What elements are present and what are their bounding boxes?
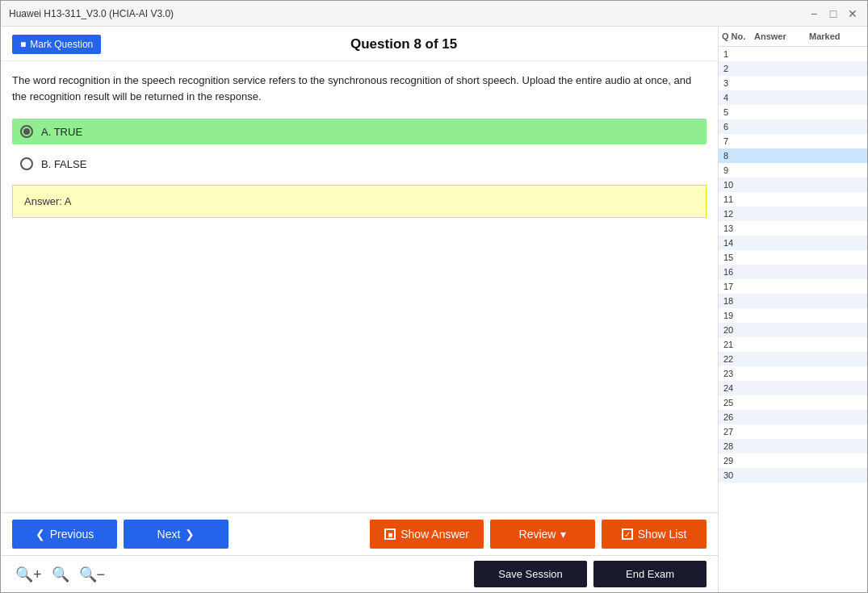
- sidebar-row[interactable]: 13: [719, 221, 867, 236]
- question-content: The word recognition in the speech recog…: [1, 61, 718, 512]
- sidebar-q-num: 7: [722, 136, 754, 146]
- sidebar-q-num: 25: [722, 398, 754, 407]
- sidebar-row[interactable]: 20: [719, 323, 867, 337]
- content-area: ■ Mark Question Question 8 of 15 The wor…: [1, 27, 867, 592]
- sidebar-q-answer: [754, 93, 809, 102]
- sidebar-q-num: 19: [722, 311, 754, 320]
- sidebar-col-q: Q No.: [722, 31, 754, 41]
- sidebar-row[interactable]: 15: [719, 250, 867, 265]
- question-text: The word recognition in the speech recog…: [12, 73, 707, 104]
- bookmark-icon: ■: [20, 39, 26, 50]
- sidebar-q-marked: [809, 369, 864, 378]
- sidebar-row[interactable]: 23: [719, 366, 867, 381]
- sidebar-row[interactable]: 3: [719, 76, 867, 90]
- option-b-radio: [20, 157, 33, 170]
- sidebar-row[interactable]: 22: [719, 352, 867, 366]
- sidebar-q-num: 26: [722, 412, 754, 422]
- sidebar-row[interactable]: 10: [719, 177, 867, 192]
- previous-button[interactable]: ❮ Previous: [12, 520, 117, 549]
- option-a-row[interactable]: A. TRUE: [12, 119, 707, 144]
- review-button[interactable]: Review ▾: [490, 520, 595, 549]
- sidebar-row[interactable]: 9: [719, 163, 867, 177]
- sidebar-row[interactable]: 29: [719, 453, 867, 468]
- next-button[interactable]: Next ❯: [124, 520, 229, 549]
- sidebar-row[interactable]: 2: [719, 61, 867, 76]
- sidebar-q-answer: [754, 180, 809, 190]
- sidebar-q-answer: [754, 49, 809, 59]
- main-window: Huawei H13-311_V3.0 (HCIA-AI V3.0) − □ ✕…: [0, 0, 868, 593]
- answer-box: Answer: A: [12, 185, 707, 218]
- sidebar-row[interactable]: 21: [719, 337, 867, 352]
- sidebar-q-marked: [809, 354, 864, 364]
- sidebar-row[interactable]: 11: [719, 192, 867, 207]
- sidebar-row[interactable]: 17: [719, 279, 867, 294]
- zoom-out-button[interactable]: 🔍−: [76, 564, 109, 585]
- question-title: Question 8 of 15: [101, 36, 707, 52]
- sidebar-row[interactable]: 4: [719, 90, 867, 105]
- sidebar-row[interactable]: 18: [719, 294, 867, 308]
- sidebar-q-answer: [754, 267, 809, 277]
- sidebar-q-num: 10: [722, 180, 754, 190]
- show-answer-button[interactable]: ■ Show Answer: [370, 520, 484, 549]
- sidebar-row[interactable]: 14: [719, 236, 867, 250]
- sidebar-q-marked: [809, 136, 864, 146]
- sidebar-row[interactable]: 12: [719, 207, 867, 221]
- sidebar-q-answer: [754, 78, 809, 88]
- sidebar-row[interactable]: 8: [719, 148, 867, 163]
- sidebar-row[interactable]: 27: [719, 424, 867, 439]
- save-session-button[interactable]: Save Session: [474, 561, 587, 587]
- close-button[interactable]: ✕: [846, 7, 859, 20]
- sidebar-q-num: 21: [722, 340, 754, 349]
- sidebar-q-marked: [809, 441, 864, 451]
- option-b-label: B. FALSE: [41, 158, 86, 170]
- review-label: Review: [519, 528, 556, 541]
- mark-question-button[interactable]: ■ Mark Question: [12, 35, 101, 54]
- sidebar-q-marked: [809, 470, 864, 480]
- review-arrow-icon: ▾: [560, 528, 566, 541]
- sidebar-q-marked: [809, 107, 864, 117]
- sidebar-row[interactable]: 7: [719, 134, 867, 148]
- sidebar-q-answer: [754, 151, 809, 161]
- sidebar-row[interactable]: 24: [719, 381, 867, 395]
- sidebar-row[interactable]: 6: [719, 119, 867, 134]
- sidebar-row[interactable]: 25: [719, 395, 867, 410]
- sidebar-row[interactable]: 19: [719, 308, 867, 323]
- sidebar-q-answer: [754, 369, 809, 378]
- sidebar-q-marked: [809, 93, 864, 102]
- sidebar-q-answer: [754, 165, 809, 175]
- sidebar-row[interactable]: 5: [719, 105, 867, 119]
- maximize-button[interactable]: □: [827, 7, 840, 20]
- show-list-button[interactable]: ✓ Show List: [602, 520, 707, 549]
- left-arrow-icon: ❮: [36, 528, 45, 541]
- sidebar-q-marked: [809, 165, 864, 175]
- sidebar-q-num: 30: [722, 470, 754, 480]
- sidebar-q-num: 12: [722, 209, 754, 219]
- sidebar-q-answer: [754, 383, 809, 393]
- zoom-in-button[interactable]: 🔍+: [12, 564, 45, 585]
- sidebar-q-marked: [809, 383, 864, 393]
- sidebar-q-num: 1: [722, 49, 754, 59]
- sidebar-row[interactable]: 16: [719, 265, 867, 279]
- sidebar-q-answer: [754, 354, 809, 364]
- sidebar-q-marked: [809, 398, 864, 407]
- sidebar-col-answer: Answer: [754, 31, 809, 41]
- zoom-reset-button[interactable]: 🔍: [48, 564, 73, 585]
- title-bar: Huawei H13-311_V3.0 (HCIA-AI V3.0) − □ ✕: [1, 1, 867, 27]
- sidebar-q-answer: [754, 296, 809, 306]
- sidebar-q-marked: [809, 282, 864, 291]
- option-b-row[interactable]: B. FALSE: [12, 151, 707, 177]
- sidebar-q-num: 8: [722, 151, 754, 161]
- sidebar-row[interactable]: 26: [719, 410, 867, 424]
- sidebar-row[interactable]: 1: [719, 47, 867, 61]
- sidebar-q-answer: [754, 282, 809, 291]
- sidebar-q-num: 28: [722, 441, 754, 451]
- minimize-button[interactable]: −: [807, 7, 820, 20]
- option-a-label: A. TRUE: [41, 126, 82, 138]
- main-panel: ■ Mark Question Question 8 of 15 The wor…: [1, 27, 718, 592]
- sidebar-q-num: 16: [722, 267, 754, 277]
- show-answer-checkbox-icon: ■: [384, 528, 396, 540]
- sidebar-row[interactable]: 28: [719, 439, 867, 453]
- sidebar-row[interactable]: 30: [719, 468, 867, 482]
- sidebar-q-answer: [754, 441, 809, 451]
- end-exam-button[interactable]: End Exam: [593, 561, 707, 587]
